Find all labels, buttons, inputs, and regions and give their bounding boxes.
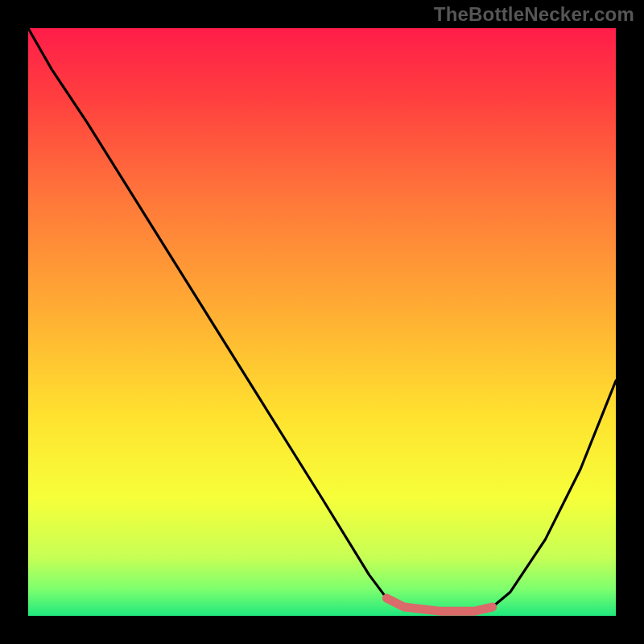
watermark-text: TheBottleNecker.com xyxy=(434,3,634,26)
chart-frame: TheBottleNecker.com xyxy=(0,0,644,644)
bottleneck-chart xyxy=(0,0,644,644)
plot-background xyxy=(28,28,616,616)
